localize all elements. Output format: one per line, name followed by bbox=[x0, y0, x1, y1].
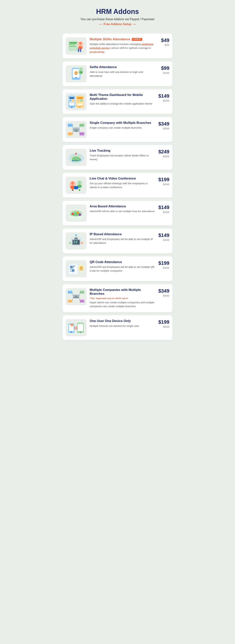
addon-title-live-tracking: Live Tracking bbox=[90, 149, 110, 152]
svg-rect-7 bbox=[78, 49, 79, 52]
svg-rect-100 bbox=[70, 269, 71, 270]
addon-price-current-qr-code-attendance: $199 bbox=[158, 260, 170, 266]
svg-point-5 bbox=[79, 42, 82, 45]
addon-title-multiple-companies-branches: Multiple Companies with Multiple Branche… bbox=[90, 288, 155, 296]
addon-price-current-single-company-branches: $349 bbox=[158, 121, 170, 127]
svg-rect-29 bbox=[77, 102, 83, 104]
svg-point-127 bbox=[80, 332, 81, 333]
svg-rect-80 bbox=[74, 242, 75, 243]
addon-card-one-user-one-device[interactable]: One User One Device OnlyMultiple Devices… bbox=[62, 315, 172, 340]
svg-rect-3 bbox=[69, 46, 76, 47]
svg-line-118 bbox=[79, 292, 80, 297]
addon-price-current-ip-based-attendance: $149 bbox=[158, 232, 170, 238]
addon-title-area-based-attendance: Area Based Attendance bbox=[90, 204, 126, 208]
addon-price-current-one-user-one-device: $199 bbox=[158, 319, 170, 325]
addon-price-current-selfie-attendance: $99 bbox=[161, 65, 170, 71]
addon-price-original-selfie-attendance: $149 bbox=[163, 71, 170, 74]
addon-desc-area-based-attendance: Admin/HR will be able to set multiple Ar… bbox=[90, 210, 155, 213]
addon-card-multiple-companies-branches[interactable]: Main Company Branch 4 Branch 1 Branch 3 … bbox=[62, 284, 172, 312]
addon-price-current-multi-theme-dashboard: $149 bbox=[158, 93, 170, 99]
svg-rect-126 bbox=[78, 324, 83, 331]
addon-desc-live-tracking: Track Employees live location (Work Mode… bbox=[90, 154, 155, 162]
svg-rect-97 bbox=[74, 266, 74, 266]
svg-point-14 bbox=[76, 77, 76, 78]
addon-list: Multiple Shifts AttendanceLATESTMultiple… bbox=[62, 34, 172, 340]
svg-rect-1 bbox=[69, 42, 77, 44]
addon-price-original-single-company-branches: $399 bbox=[163, 127, 170, 130]
svg-point-16 bbox=[80, 68, 82, 70]
svg-text:Branch 2: Branch 2 bbox=[80, 301, 84, 302]
svg-rect-22 bbox=[72, 99, 74, 102]
svg-rect-20 bbox=[70, 97, 74, 99]
addon-price-current-area-based-attendance: $149 bbox=[158, 204, 170, 210]
addon-price-current-live-chat-video: $199 bbox=[158, 177, 170, 182]
svg-rect-81 bbox=[76, 242, 78, 243]
svg-point-52 bbox=[76, 154, 76, 155]
svg-line-119 bbox=[72, 298, 73, 301]
svg-text:PC: PC bbox=[81, 242, 83, 244]
addon-card-area-based-attendance[interactable]: Area Based AttendanceAdmin/HR will be ab… bbox=[62, 201, 172, 226]
addon-card-multi-theme-dashboard[interactable]: Multi Theme Dashboard for Mobile Applica… bbox=[62, 89, 172, 114]
addon-desc-qr-code-attendance: Admin/HR and Employees will be able to s… bbox=[90, 265, 155, 273]
svg-rect-98 bbox=[74, 267, 74, 268]
addon-title-multiple-shifts: Multiple Shifts Attendance bbox=[90, 38, 130, 41]
svg-rect-27 bbox=[77, 99, 80, 102]
svg-rect-93 bbox=[71, 266, 72, 268]
svg-text:📹: 📹 bbox=[72, 190, 74, 191]
addon-title-one-user-one-device: One User One Device Only bbox=[90, 319, 131, 323]
svg-text:Branch 1: Branch 1 bbox=[80, 292, 84, 293]
addon-card-single-company-branches[interactable]: Comp any Branch 4 Branch 1 Branch 3 Bran… bbox=[62, 117, 172, 142]
addon-price-original-one-user-one-device: $249 bbox=[163, 325, 170, 328]
addon-card-live-chat-video[interactable]: 📹 ✓ Live Chat & Video ConferenceSet up y… bbox=[62, 173, 172, 198]
addon-card-qr-code-attendance[interactable]: QR Code AttendanceAdmin/HR and Employees… bbox=[62, 256, 172, 281]
addon-price-original-ip-based-attendance: $199 bbox=[163, 238, 170, 242]
addon-price-original-area-based-attendance: $199 bbox=[163, 210, 170, 214]
addon-image-single-company-branches: Comp any Branch 4 Branch 1 Branch 3 Bran… bbox=[66, 121, 86, 138]
addon-title-qr-code-attendance: QR Code Attendance bbox=[90, 260, 122, 264]
addon-card-live-tracking[interactable]: Live TrackingTrack Employees live locati… bbox=[62, 145, 172, 170]
addon-title-multi-theme-dashboard: Multi Theme Dashboard for Mobile Applica… bbox=[90, 93, 155, 101]
svg-text:Branch 1: Branch 1 bbox=[80, 124, 84, 126]
svg-rect-96 bbox=[72, 270, 74, 271]
addon-image-live-chat-video: 📹 ✓ bbox=[66, 177, 86, 194]
addon-saas-note-multiple-companies-branches: *T&C: Applicable only for SAAS users* bbox=[90, 297, 128, 300]
svg-point-56 bbox=[71, 182, 74, 185]
svg-text:✓: ✓ bbox=[79, 190, 80, 191]
svg-point-12 bbox=[75, 72, 76, 73]
addon-desc-multiple-shifts: Multiple shifts attendance involves mana… bbox=[90, 42, 155, 54]
addon-desc-ip-based-attendance: Admin/HR and Employees will be able to s… bbox=[90, 237, 155, 245]
addon-image-qr-code-attendance bbox=[66, 260, 86, 277]
svg-text:Branch 4: Branch 4 bbox=[68, 124, 73, 126]
addon-card-ip-based-attendance[interactable]: PC PC IP Based AttendanceAdmin/HR and Em… bbox=[62, 228, 172, 253]
addon-price-current-live-tracking: $249 bbox=[158, 149, 170, 155]
addon-title-ip-based-attendance: IP Based Attendance bbox=[90, 232, 122, 236]
svg-rect-105 bbox=[80, 267, 82, 268]
svg-point-135 bbox=[70, 324, 72, 326]
svg-rect-28 bbox=[80, 99, 83, 102]
svg-point-59 bbox=[78, 181, 81, 184]
addon-card-multiple-shifts[interactable]: Multiple Shifts AttendanceLATESTMultiple… bbox=[62, 34, 172, 58]
page-subtitle: You can purchase these Addons via Paypal… bbox=[62, 18, 172, 21]
addon-price-original-multi-theme-dashboard: $199 bbox=[163, 99, 170, 102]
svg-rect-99 bbox=[74, 266, 75, 266]
svg-text:Main: Main bbox=[75, 296, 78, 297]
svg-point-17 bbox=[79, 71, 83, 74]
svg-point-30 bbox=[71, 107, 72, 108]
svg-rect-61 bbox=[74, 186, 78, 189]
svg-point-123 bbox=[71, 331, 72, 332]
addon-image-multiple-companies-branches: Main Company Branch 4 Branch 1 Branch 3 … bbox=[66, 288, 86, 305]
svg-point-13 bbox=[76, 72, 77, 73]
svg-point-53 bbox=[72, 160, 73, 161]
addon-price-current-multiple-shifts: $49 bbox=[161, 38, 170, 43]
addon-card-selfie-attendance[interactable]: Selfie AttendanceAble to scan face with … bbox=[62, 62, 172, 86]
svg-rect-8 bbox=[80, 49, 81, 52]
svg-text:Branch 2: Branch 2 bbox=[80, 133, 84, 134]
addon-desc-live-chat-video: Set up your official meetings with the e… bbox=[90, 182, 155, 190]
svg-rect-21 bbox=[70, 99, 72, 102]
addon-image-ip-based-attendance: PC PC bbox=[66, 232, 86, 250]
svg-line-120 bbox=[79, 298, 80, 301]
addon-price-current-multiple-companies-branches: $349 bbox=[158, 288, 170, 294]
svg-point-54 bbox=[80, 160, 81, 160]
svg-rect-2 bbox=[69, 44, 75, 45]
addon-price-original-qr-code-attendance: $249 bbox=[163, 266, 170, 269]
